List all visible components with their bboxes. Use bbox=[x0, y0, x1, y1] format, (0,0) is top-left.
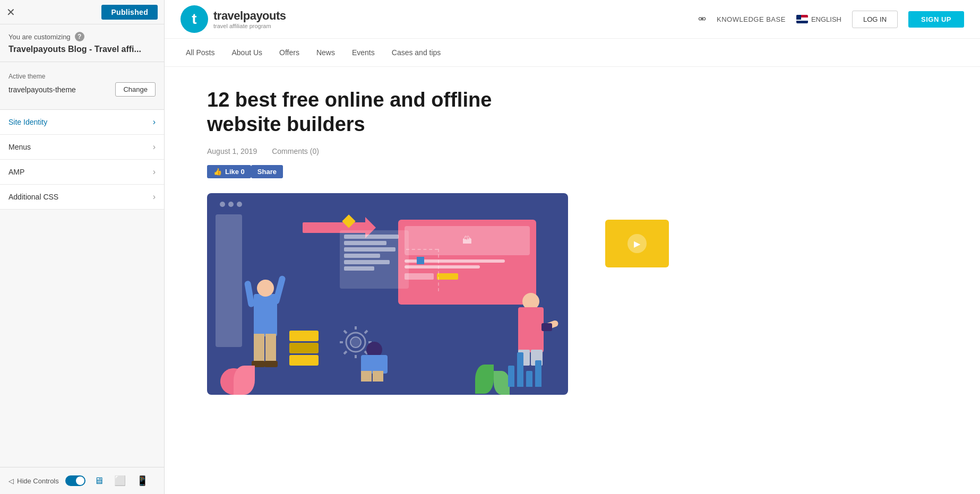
active-theme-label: Active theme bbox=[8, 73, 156, 80]
blognav-all-posts[interactable]: All Posts bbox=[186, 47, 214, 58]
thumbs-up-icon: 👍 bbox=[213, 168, 222, 176]
window-dot-3 bbox=[237, 202, 242, 207]
article-comments: Comments (0) bbox=[272, 147, 319, 155]
bar-3 bbox=[526, 371, 532, 387]
facebook-like-button[interactable]: 👍 Like 0 bbox=[207, 165, 251, 178]
green-leaves bbox=[475, 365, 494, 395]
yellow-boxes bbox=[289, 331, 319, 366]
pink-flowers-2 bbox=[234, 366, 255, 395]
brand-tagline: travel affiliate program bbox=[213, 23, 286, 29]
svg-line-8 bbox=[365, 331, 367, 333]
svg-line-6 bbox=[344, 331, 347, 333]
leaf-1 bbox=[475, 365, 494, 394]
sidebar-top-bar: ✕ Published bbox=[0, 0, 164, 24]
window-dot-2 bbox=[228, 202, 234, 207]
article-illustration-container: 🏔 bbox=[207, 193, 621, 395]
data-bar-3 bbox=[344, 247, 396, 252]
login-button[interactable]: LOG IN bbox=[852, 11, 898, 28]
published-button[interactable]: Published bbox=[101, 5, 158, 20]
sidebar-item-site-identity[interactable]: Site Identity › bbox=[0, 110, 164, 135]
search-button[interactable]: ⚮ bbox=[698, 13, 706, 25]
sidebar-item-label: Site Identity bbox=[8, 118, 47, 126]
sidebar-item-label: Additional CSS bbox=[8, 193, 58, 201]
sidebar-item-additional-css[interactable]: Additional CSS › bbox=[0, 185, 164, 210]
signup-button[interactable]: SIGN UP bbox=[908, 11, 964, 28]
blognav-about-us[interactable]: About Us bbox=[231, 47, 262, 58]
knowledge-base-link[interactable]: KNOWLEDGE BASE bbox=[717, 15, 786, 23]
chevron-right-icon: › bbox=[153, 192, 156, 202]
person2-torso bbox=[518, 307, 544, 352]
blue-bar-chart bbox=[508, 352, 541, 387]
card-btn-2 bbox=[437, 273, 458, 280]
dashed-line-h-1 bbox=[406, 249, 438, 250]
ybox-1 bbox=[289, 331, 319, 341]
data-bar-5 bbox=[344, 260, 390, 264]
desktop-icon[interactable]: 🖥 bbox=[92, 474, 106, 488]
card-line-2 bbox=[405, 265, 480, 268]
blognav-news[interactable]: News bbox=[316, 47, 335, 58]
brand-logo: t travelpayouts travel affiliate program bbox=[180, 5, 286, 33]
customizer-sidebar: ✕ Published You are customizing ? Travel… bbox=[0, 0, 165, 494]
blognav-cases-and-tips[interactable]: Cases and tips bbox=[392, 47, 441, 58]
brand-icon: t bbox=[180, 5, 208, 33]
brand-text: travelpayouts travel affiliate program bbox=[213, 9, 286, 29]
person3-leg-r bbox=[373, 371, 383, 382]
data-bar-1 bbox=[344, 235, 399, 239]
mobile-icon[interactable]: 📱 bbox=[134, 474, 150, 488]
data-bar-6 bbox=[344, 266, 374, 271]
person1-foot-right bbox=[264, 361, 278, 367]
sidebar-subtitle-row: You are customizing ? bbox=[0, 24, 164, 44]
sidebar-item-label: AMP bbox=[8, 168, 24, 176]
blognav-events[interactable]: Events bbox=[352, 47, 375, 58]
bar-1 bbox=[508, 366, 514, 387]
video-card: ▶ bbox=[605, 220, 669, 267]
blog-navigation: All Posts About Us Offers News Events Ca… bbox=[165, 39, 980, 67]
person1-head bbox=[257, 280, 274, 297]
ybox-2 bbox=[289, 343, 319, 353]
svg-line-9 bbox=[344, 351, 347, 354]
language-selector[interactable]: ENGLISH bbox=[796, 15, 841, 23]
chevron-right-icon: › bbox=[153, 117, 156, 127]
sidebar-item-menus[interactable]: Menus › bbox=[0, 135, 164, 160]
article-title: 12 best free online and offline website … bbox=[207, 88, 568, 136]
change-theme-button[interactable]: Change bbox=[115, 82, 156, 97]
data-panel bbox=[340, 230, 409, 289]
facebook-share-button[interactable]: Share bbox=[251, 165, 283, 178]
blognav-offers[interactable]: Offers bbox=[279, 47, 299, 58]
hide-controls-toggle[interactable] bbox=[65, 475, 85, 486]
data-bar-4 bbox=[344, 254, 380, 258]
person3 bbox=[356, 339, 393, 387]
article-illustration: 🏔 bbox=[207, 193, 568, 395]
play-button[interactable]: ▶ bbox=[627, 234, 647, 253]
petal-2 bbox=[234, 366, 255, 395]
card-buttons bbox=[405, 273, 530, 280]
theme-section: Active theme travelpayouts-theme Change bbox=[0, 62, 164, 110]
theme-row-inner: travelpayouts-theme Change bbox=[8, 82, 156, 97]
chevron-right-icon: › bbox=[153, 167, 156, 177]
main-content-area: t travelpayouts travel affiliate program… bbox=[165, 0, 980, 494]
person1-leg-left bbox=[254, 334, 264, 363]
illustration-inner: 🏔 bbox=[207, 193, 568, 395]
window-dot-1 bbox=[220, 202, 225, 207]
lang-label: ENGLISH bbox=[811, 15, 841, 23]
sidebar-nav-list: Site Identity › Menus › AMP › Additional… bbox=[0, 110, 164, 210]
site-title: Travelpayouts Blog - Travel affi... bbox=[0, 44, 164, 62]
close-button[interactable]: ✕ bbox=[6, 7, 15, 18]
browser-sidebar-element bbox=[216, 214, 242, 347]
tablet-icon[interactable]: ⬜ bbox=[112, 474, 128, 488]
person1-leg-right bbox=[265, 334, 276, 363]
ybox-3 bbox=[289, 355, 319, 366]
dashed-line-v-1 bbox=[438, 249, 439, 291]
person3-leg-l bbox=[361, 371, 372, 382]
help-icon[interactable]: ? bbox=[75, 32, 84, 41]
person1-arm-left bbox=[244, 281, 255, 308]
person1-arm-right bbox=[272, 275, 286, 305]
share-label: Share bbox=[257, 168, 277, 176]
customizing-label: You are customizing bbox=[8, 33, 71, 41]
top-nav-right: ⚮ KNOWLEDGE BASE ENGLISH LOG IN SIGN UP bbox=[698, 11, 964, 28]
chevron-right-icon: › bbox=[153, 142, 156, 152]
sidebar-item-amp[interactable]: AMP › bbox=[0, 160, 164, 185]
article-content: 12 best free online and offline website … bbox=[165, 67, 695, 427]
flag-icon bbox=[796, 15, 808, 23]
bar-2 bbox=[517, 352, 523, 387]
